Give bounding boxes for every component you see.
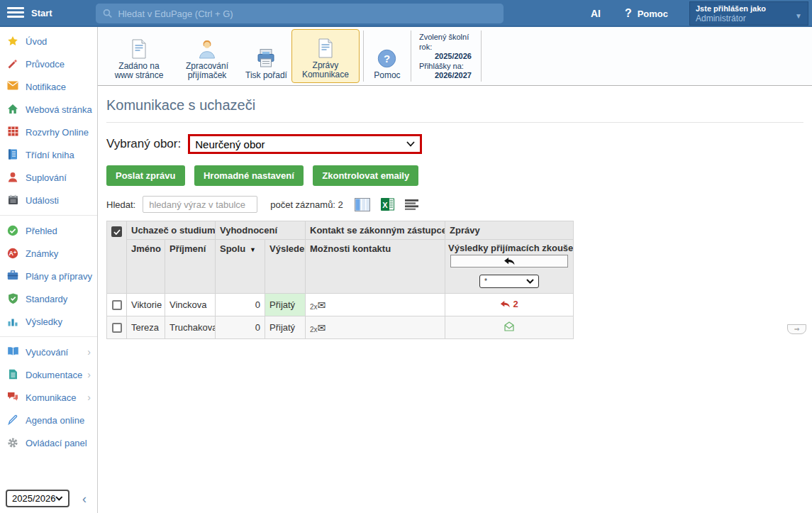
- cell-spolu: 0: [216, 316, 265, 339]
- sidebar-item-suplovani[interactable]: Suplování: [0, 166, 97, 189]
- toolbar-zadano-na-www-button[interactable]: Zadáno na www stránce: [105, 29, 173, 83]
- toolbar-tisk-poradi-button[interactable]: Tisk pořadí: [241, 29, 291, 83]
- column-header-jmeno[interactable]: Jméno: [127, 240, 165, 294]
- poslat-zpravu-button[interactable]: Poslat zprávu: [106, 165, 185, 186]
- sidebar-item-notifikace[interactable]: Notifikace: [0, 75, 97, 98]
- sidebar-collapse-button[interactable]: ‹: [82, 492, 87, 505]
- row-checkbox-cell: [107, 294, 127, 316]
- reply-all-button[interactable]: [450, 255, 568, 267]
- column-header-vysledky-zkousek: Výsledky přijímacích zkoušek *: [445, 240, 574, 294]
- select-all-checkbox-cell: [107, 221, 127, 294]
- sidebar-divider: [0, 215, 97, 216]
- school-year-select[interactable]: 2025/2026: [6, 490, 69, 507]
- cell-first-name: Viktorie: [127, 294, 165, 316]
- printer-icon: [257, 48, 275, 68]
- reply-icon: [504, 257, 516, 266]
- cell-vysledek: Přijatý: [265, 294, 306, 316]
- sidebar-item-udalosti[interactable]: Události: [0, 189, 97, 211]
- sidebar-item-webova-stranka[interactable]: Webová stránka: [0, 98, 97, 121]
- sidebar-item-plany-a-pripravy[interactable]: Plány a přípravy: [0, 265, 97, 287]
- document-icon: [130, 39, 148, 59]
- hromadne-nastaveni-button[interactable]: Hromadné nastavení: [194, 165, 304, 186]
- table-row: Viktorie Vinckova 0 Přijatý 2x✉ 2: [107, 294, 574, 316]
- global-search-input[interactable]: [118, 9, 496, 19]
- search-icon: [103, 9, 112, 18]
- select-all-checkbox[interactable]: [111, 226, 122, 237]
- table-search-input[interactable]: [143, 196, 257, 213]
- zkontrolovat-emaily-button[interactable]: Zkontrolovat emaily: [313, 165, 418, 186]
- sidebar-item-vysledky[interactable]: Výsledky: [0, 310, 97, 333]
- row-checkbox[interactable]: [112, 323, 122, 333]
- help-button[interactable]: ? Pomoc: [625, 7, 668, 20]
- column-view-icon[interactable]: [355, 198, 370, 211]
- sidebar-item-znamky[interactable]: A⁺ Známky: [0, 242, 97, 265]
- list-view-icon[interactable]: [405, 199, 418, 210]
- ai-button[interactable]: AI: [591, 8, 601, 19]
- row-checkbox-cell: [107, 316, 127, 339]
- sidebar-divider: [0, 336, 97, 337]
- sidebar-item-prehled[interactable]: Přehled: [0, 219, 97, 242]
- chevron-down-icon: [526, 279, 534, 284]
- sidebar-item-pruvodce[interactable]: Průvodce: [0, 53, 97, 75]
- cell-messages[interactable]: 2: [445, 294, 574, 316]
- logged-in-user-dropdown[interactable]: Jste přihlášen jako Administrátor ▼: [689, 1, 808, 26]
- sidebar-item-uvod[interactable]: Úvod: [0, 30, 97, 53]
- grade-circle-icon: A⁺: [6, 248, 19, 259]
- column-header-spolu[interactable]: Spolu▼: [216, 240, 265, 294]
- records-count: 2: [338, 199, 343, 210]
- star-icon: [6, 35, 19, 47]
- cell-last-name: Vinckova: [165, 294, 216, 316]
- sidebar-item-dokumentace[interactable]: Dokumentace ›: [0, 363, 97, 386]
- timetable-grid-icon: [6, 126, 19, 138]
- check-circle-icon: [6, 225, 19, 236]
- question-icon: ?: [377, 49, 396, 68]
- group-header-uchazec: Uchazeč o studium: [127, 221, 216, 240]
- calendar-icon: [6, 194, 19, 206]
- chevron-right-icon: ›: [87, 392, 91, 403]
- chat-bubbles-icon: [6, 392, 19, 403]
- applications-value: 2026/2027: [419, 71, 472, 81]
- edupage-app: Start AI ? Pomoc Jste přihlášen jako Adm…: [0, 0, 812, 513]
- hamburger-menu-icon[interactable]: [7, 7, 24, 20]
- sidebar-item-standardy[interactable]: Standardy: [0, 287, 97, 310]
- sidebar-item-agenda-online[interactable]: Agenda online: [0, 409, 97, 431]
- toolbar-zpracovani-prijimacek-button[interactable]: Zpracování přijímaček: [173, 29, 241, 83]
- user-role: Administrátor: [696, 13, 802, 23]
- shield-icon: [6, 293, 19, 304]
- page-toolbar: Zadáno na www stránce Zpracování přijíma…: [98, 27, 812, 86]
- chevron-down-icon: [406, 141, 415, 147]
- question-mark-icon: ?: [625, 7, 632, 20]
- excel-export-icon[interactable]: X: [381, 198, 394, 211]
- sidebar-item-rozvrhy-online[interactable]: Rozvrhy Online: [0, 121, 97, 143]
- briefcase-icon: [6, 270, 19, 282]
- column-header-moznosti-kontaktu[interactable]: Možnosti kontaktu: [306, 240, 445, 294]
- cell-contact-options[interactable]: 2x✉: [306, 316, 445, 339]
- row-checkbox[interactable]: [112, 300, 122, 310]
- global-search[interactable]: [96, 4, 504, 23]
- messages-filter-select[interactable]: *: [479, 275, 539, 288]
- toolbar-pomoc-button[interactable]: ? Pomoc: [367, 29, 407, 83]
- bar-chart-icon: [6, 316, 19, 327]
- sidebar-nav: Úvod Průvodce Notifikace Webová stránka …: [0, 27, 98, 513]
- person-icon: [6, 172, 19, 183]
- start-menu-label[interactable]: Start: [31, 8, 52, 18]
- sidebar-item-vyucovani[interactable]: Vyučování ›: [0, 341, 97, 363]
- envelope-icon: ✉: [318, 322, 326, 333]
- envelope-icon: ✉: [318, 299, 326, 311]
- page-title: Komunikace s uchazeči: [106, 97, 803, 114]
- cell-messages[interactable]: [445, 316, 574, 339]
- sidebar-item-komunikace[interactable]: Komunikace ›: [0, 386, 97, 409]
- envelope-icon: [6, 81, 19, 92]
- column-header-vysledek[interactable]: Výsledek: [265, 240, 306, 294]
- obor-select[interactable]: Neurčený obor: [188, 134, 422, 154]
- toolbar-separator: [363, 31, 364, 82]
- panel-expand-button[interactable]: ⇒: [787, 324, 806, 334]
- toolbar-zpravy-komunikace-button[interactable]: Zprávy Komunikace: [291, 29, 360, 83]
- column-header-prijmeni[interactable]: Příjmení: [165, 240, 216, 294]
- sidebar-item-ovladaci-panel[interactable]: Ovládací panel: [0, 431, 97, 454]
- sidebar-item-tridni-kniha[interactable]: Třídní kniha: [0, 143, 97, 166]
- records-label: počet záznamů:: [270, 199, 335, 210]
- chevron-down-icon: [55, 496, 63, 501]
- sort-desc-icon: ▼: [250, 246, 256, 253]
- cell-contact-options[interactable]: 2x✉: [306, 294, 445, 316]
